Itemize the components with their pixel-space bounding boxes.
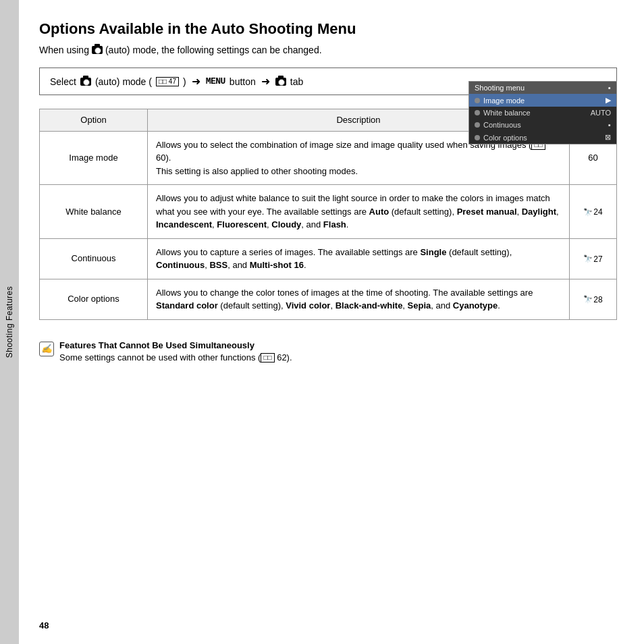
bottom-note: ✍ Features That Cannot Be Used Simultane… <box>39 340 617 363</box>
book-ref-47: □□ 47 <box>156 77 179 86</box>
camera-icon-subtitle <box>92 46 103 54</box>
subtitle-prefix: When using <box>39 45 89 55</box>
ref-60-value: 60 <box>588 153 597 163</box>
note-content: Features That Cannot Be Used Simultaneou… <box>59 340 292 363</box>
menu-button-label: MENU <box>206 76 225 86</box>
shooting-menu: Shooting menu ▪ Image mode ▶ White balan… <box>468 81 617 144</box>
option-white-balance: White balance <box>40 185 148 239</box>
menu-dot-icon2 <box>475 110 480 115</box>
main-content: Options Available in the Auto Shooting M… <box>19 0 644 644</box>
menu-item-image-mode: Image mode ▶ <box>469 94 616 107</box>
menu-item-color-label: Color options <box>483 134 527 142</box>
note-icon: ✍ <box>39 342 54 356</box>
binocular-icon-color: 🔭 <box>583 294 593 305</box>
page-ref-cont: 🔭27 <box>583 253 602 265</box>
menu-item-white-balance: White balance AUTO <box>469 107 616 119</box>
menu-item-color-value: ⊠ <box>605 133 611 142</box>
menu-item-continuous: Continuous ▪ <box>469 119 616 131</box>
table-row: White balance Allows you to adjust white… <box>40 185 617 239</box>
desc-white-balance: Allows you to adjust white balance to su… <box>148 185 570 239</box>
menu-item-wb-value: AUTO <box>591 109 611 117</box>
screenshot-container: Shooting menu ▪ Image mode ▶ White balan… <box>468 81 617 144</box>
shooting-menu-icon: ▪ <box>608 84 611 92</box>
menu-item-image-mode-value: ▶ <box>606 96 611 105</box>
binocular-icon-wb: 🔭 <box>583 207 593 218</box>
option-continuous: Continuous <box>40 238 148 279</box>
menu-item-wb-label: White balance <box>483 109 531 117</box>
menu-item-image-mode-label: Image mode <box>483 97 525 105</box>
note-text: Some settings cannot be used with other … <box>59 352 292 363</box>
ref-continuous: 🔭27 <box>570 238 617 279</box>
arrow2: ➜ <box>261 75 270 88</box>
subtitle-suffix: (auto) mode, the following settings can … <box>105 45 322 55</box>
page-ref-wb: 🔭24 <box>583 206 602 218</box>
side-tab: Shooting Features <box>0 0 19 644</box>
tab-text: tab <box>290 76 303 87</box>
menu-item-cont-value: ▪ <box>608 121 611 129</box>
side-tab-label: Shooting Features <box>5 286 14 358</box>
menu-dot-icon <box>475 98 480 103</box>
camera-icon-select <box>80 78 91 86</box>
ref-62: □□ <box>261 353 274 363</box>
menu-dot-icon4 <box>475 135 480 140</box>
button-text: button <box>230 76 256 87</box>
desc-color-options: Allows you to change the color tones of … <box>148 279 570 319</box>
table-row: Color options Allows you to change the c… <box>40 279 617 319</box>
page-title: Options Available in the Auto Shooting M… <box>39 20 617 38</box>
ref-white-balance: 🔭24 <box>570 185 617 239</box>
menu-item-cont-label: Continuous <box>483 121 521 129</box>
option-image-mode: Image mode <box>40 131 148 185</box>
table-row: Continuous Allows you to capture a serie… <box>40 238 617 279</box>
ref-color-options: 🔭28 <box>570 279 617 319</box>
subtitle: When using (auto) mode, the following se… <box>39 45 617 55</box>
close-paren: ) <box>183 76 186 87</box>
shooting-menu-title: Shooting menu <box>475 84 525 92</box>
camera-icon-tab <box>275 78 286 86</box>
menu-dot-icon3 <box>475 122 480 128</box>
desc-continuous: Allows you to capture a series of images… <box>148 238 570 279</box>
page-ref-color: 🔭28 <box>583 294 602 306</box>
option-color-options: Color options <box>40 279 148 319</box>
auto-mode-text: (auto) mode ( <box>95 76 152 87</box>
binocular-icon-cont: 🔭 <box>583 253 593 265</box>
menu-item-color-options: Color options ⊠ <box>469 131 616 144</box>
select-text: Select <box>50 76 76 87</box>
page-number: 48 <box>39 620 49 630</box>
note-title: Features That Cannot Be Used Simultaneou… <box>59 340 292 350</box>
arrow1: ➜ <box>192 75 200 88</box>
col-header-option: Option <box>40 109 148 132</box>
shooting-menu-header: Shooting menu ▪ <box>469 82 616 94</box>
